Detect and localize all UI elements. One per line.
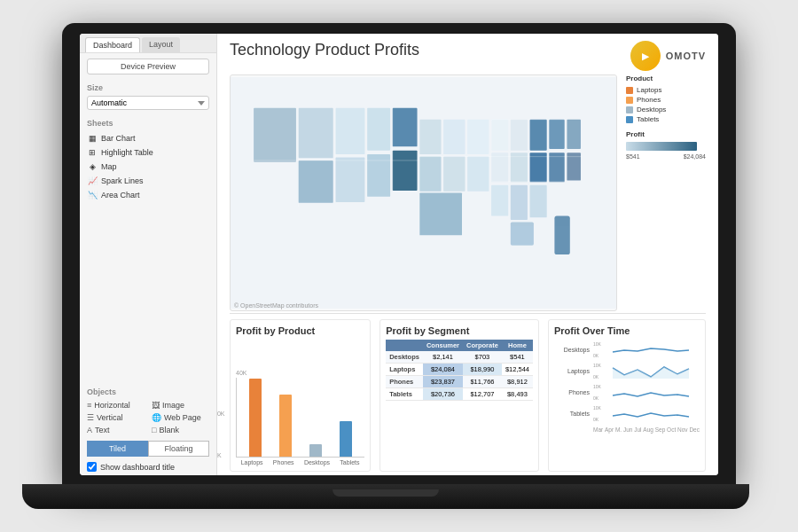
svg-rect-17 [511, 120, 528, 151]
svg-rect-19 [549, 120, 564, 149]
object-text[interactable]: A Text [87, 425, 145, 435]
svg-rect-26 [491, 185, 508, 216]
spark-lines-icon: 📈 [87, 176, 98, 186]
size-section-title: Size [87, 83, 209, 92]
bar-phones [279, 395, 292, 457]
svg-text:10K: 10K [593, 363, 602, 368]
show-title-label: Show dashboard title [100, 463, 175, 472]
bar-tablets [340, 421, 352, 457]
sheet-item-map[interactable]: ◈ Map [87, 160, 209, 174]
sheet-item-highlight-table[interactable]: ⊞ Highlight Table [87, 145, 209, 160]
laptops-corporate: $18,990 [463, 364, 502, 376]
bar-label-tablets: Tablets [340, 459, 359, 466]
segment-chart-panel: Profit by Segment Consumer Corporate Hom… [379, 319, 539, 472]
time-label-mar: Mar [593, 426, 603, 433]
tablets-consumer: $20,736 [423, 388, 463, 401]
bar-label-laptops: Laptops [241, 459, 263, 466]
device-preview-button[interactable]: Device Preview [87, 59, 209, 74]
objects-grid: ≡ Horizontal 🖼 Image ☰ Vertical 🌐 [87, 400, 209, 435]
spark-row-laptops: Laptops 10K 0K [554, 361, 700, 380]
svg-rect-4 [367, 108, 390, 151]
time-chart-title: Profit Over Time [554, 325, 700, 336]
text-icon: A [87, 426, 92, 434]
sheet-item-bar-chart[interactable]: ▦ Bar Chart [87, 131, 209, 145]
show-title-checkbox[interactable] [87, 462, 97, 472]
map-area: © OpenStreetMap contributors Product Lap… [217, 74, 718, 311]
tablets-home: $8,493 [502, 388, 533, 401]
object-blank[interactable]: □ Blank [152, 425, 209, 435]
y-label-0k: 0K [217, 452, 222, 458]
time-label-jul: Jul [634, 426, 641, 433]
time-label-oct: Oct [667, 426, 676, 433]
tablets-color [626, 116, 633, 123]
laptops-home: $12,544 [502, 364, 533, 376]
spark-label-laptops: Laptops [554, 368, 590, 374]
sheets-section-title: Sheets [87, 119, 209, 128]
charts-row: Profit by Product 40K 20K 0K [217, 316, 718, 475]
map-credit: © OpenStreetMap contributors [234, 302, 318, 309]
svg-marker-44 [613, 367, 689, 379]
object-webpage[interactable]: 🌐 Web Page [152, 412, 209, 423]
laptops-color [626, 87, 633, 94]
tab-layout[interactable]: Layout [142, 37, 180, 52]
svg-rect-27 [511, 185, 528, 220]
desktops-color [626, 106, 633, 113]
tiled-button[interactable]: Tiled [87, 441, 148, 457]
col-header-empty [386, 340, 423, 351]
horizontal-icon: ≡ [87, 401, 91, 410]
col-header-corporate: Corporate [463, 340, 502, 351]
object-vertical[interactable]: ☰ Vertical [87, 412, 145, 423]
laptop-base [22, 484, 749, 509]
table-row-phones: Phones $23,837 $11,766 $8,912 [386, 376, 533, 388]
profit-legend: Profit $541 $24,084 [626, 130, 706, 160]
time-label-nov: Nov [677, 426, 688, 433]
phones-home: $8,912 [502, 376, 533, 388]
svg-rect-3 [335, 108, 364, 154]
svg-rect-24 [549, 153, 564, 182]
table-row-laptops: Laptops $24,084 $18,990 $12,544 [386, 364, 533, 376]
profit-max: $24,084 [684, 153, 706, 160]
laptops-consumer: $24,084 [423, 364, 463, 376]
svg-rect-11 [443, 120, 465, 154]
spark-label-tablets: Tablets [554, 411, 590, 417]
svg-rect-25 [567, 153, 581, 180]
page-title: Technology Product Profits [230, 41, 419, 59]
main-content: Technology Product Profits ▶ OMOTV [217, 34, 718, 475]
floating-button[interactable]: Floating [148, 441, 209, 457]
logo-icon: ▶ [630, 41, 661, 71]
profit-gradient-bar [626, 142, 697, 151]
svg-rect-10 [419, 120, 441, 154]
svg-rect-21 [491, 153, 508, 182]
usa-map[interactable]: © OpenStreetMap contributors [230, 74, 617, 311]
time-chart-panel: Profit Over Time Desktops 10K 0K [548, 319, 706, 472]
bar-label-desktops: Desktops [304, 459, 330, 466]
segment-table: Consumer Corporate Home Desktops $2,141 [386, 340, 533, 401]
tab-dashboard[interactable]: Dashboard [85, 37, 140, 52]
bar-phones-fill [279, 395, 292, 457]
sheet-item-area-chart[interactable]: 📉 Area Chart [87, 188, 209, 202]
size-select[interactable]: Automatic [87, 96, 209, 110]
bar-x-labels: Laptops Phones Desktops Tablets [236, 459, 364, 466]
object-image[interactable]: 🖼 Image [152, 400, 209, 411]
svg-text:0K: 0K [593, 417, 599, 422]
bar-chart-area: 40K 20K 0K [236, 340, 364, 466]
segment-chart-title: Profit by Segment [386, 325, 533, 336]
bar-chart-icon: ▦ [87, 133, 98, 144]
bar-chart-panel: Profit by Product 40K 20K 0K [230, 319, 371, 472]
spark-svg-laptops: 10K 0K [593, 361, 700, 380]
line-chart-area: Desktops 10K 0K Laptops [554, 340, 700, 466]
bar-chart-inner: 20K 0K [236, 378, 364, 458]
y-label-20k: 20K [217, 411, 224, 417]
sheet-item-spark-lines[interactable]: 📈 Spark Lines [87, 174, 209, 188]
map-legend: Product Laptops Phones Desktops [626, 74, 706, 311]
logo-text: OMOTV [666, 51, 706, 61]
svg-rect-1 [254, 108, 296, 162]
object-horizontal[interactable]: ≡ Horizontal [87, 400, 145, 411]
sidebar-tabs: Dashboard Layout [80, 34, 216, 53]
phones-corporate: $11,766 [463, 376, 502, 388]
highlight-table-icon: ⊞ [87, 147, 98, 158]
spark-svg-desktops: 10K 0K [593, 340, 700, 359]
logo-area: ▶ OMOTV [630, 41, 706, 71]
svg-text:10K: 10K [593, 405, 602, 411]
profit-range: $541 $24,084 [626, 153, 706, 160]
